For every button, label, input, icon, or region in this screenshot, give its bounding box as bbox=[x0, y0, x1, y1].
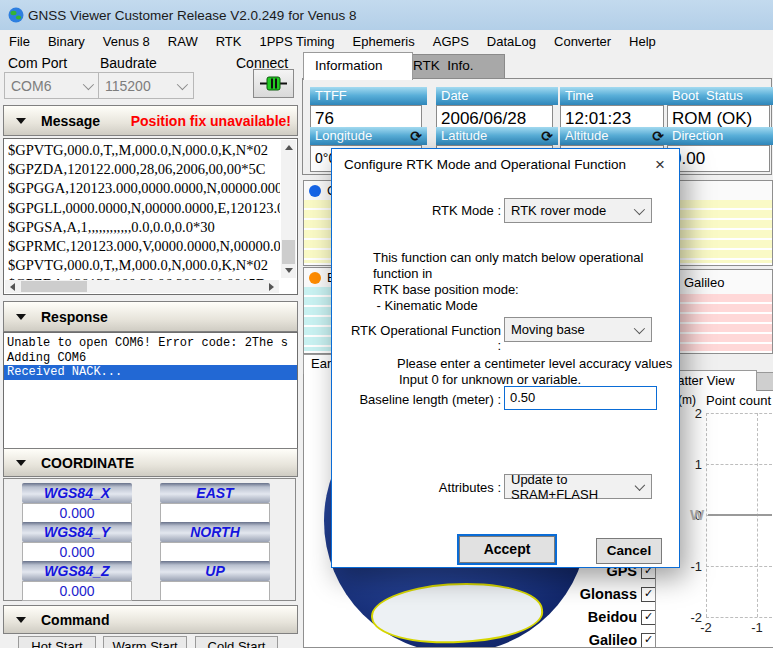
beidou-checkbox[interactable]: ✓ bbox=[641, 610, 656, 625]
scroll-down-icon[interactable] bbox=[285, 268, 293, 273]
window-title: GNSS Viewer Customer Release V2.0.249 fo… bbox=[28, 8, 356, 23]
message-section-header[interactable]: Message Position fix unavailable! bbox=[3, 105, 298, 136]
cold-start-button[interactable]: Cold Start bbox=[195, 636, 278, 648]
up-value bbox=[160, 581, 270, 601]
close-icon[interactable]: × bbox=[646, 153, 674, 177]
menu-1pps-timing[interactable]: 1PPS Timing bbox=[250, 30, 343, 53]
up-button[interactable]: UP bbox=[160, 561, 270, 581]
response-line-selected[interactable]: Received NACK... bbox=[4, 365, 297, 380]
message-horizontal-scrollbar[interactable] bbox=[5, 280, 279, 293]
legend-glonass-label: Glonass bbox=[561, 586, 637, 602]
coordinate-section-header[interactable]: COORDINATE bbox=[3, 448, 298, 477]
op-func-select[interactable]: Moving base bbox=[504, 317, 652, 342]
east-value bbox=[160, 503, 270, 523]
nmea-message-list[interactable]: $GPVTG,000.0,T,,M,000.0,N,000.0,K,N*02 $… bbox=[3, 138, 298, 295]
galileo-checkbox[interactable]: ✓ bbox=[641, 633, 656, 648]
refresh-icon[interactable]: ⟳ bbox=[541, 129, 553, 143]
rtk-mode-select[interactable]: RTK rover mode bbox=[504, 198, 652, 223]
position-fix-alert: Position fix unavailable! bbox=[131, 113, 291, 129]
tab-information[interactable]: Information bbox=[303, 52, 413, 80]
scroll-right-icon[interactable] bbox=[269, 283, 274, 291]
chevron-down-icon bbox=[635, 480, 646, 491]
galileo-panel-label: Galileo bbox=[684, 275, 724, 290]
op-func-value: Moving base bbox=[511, 322, 585, 337]
menu-binary[interactable]: Binary bbox=[39, 30, 94, 53]
glonass-checkbox[interactable]: ✓ bbox=[641, 587, 656, 602]
menu-converter[interactable]: Converter bbox=[545, 30, 620, 53]
ttff-label: TTFF bbox=[315, 87, 347, 105]
menu-ephemeris[interactable]: Ephemeris bbox=[344, 30, 424, 53]
accept-button[interactable]: Accept bbox=[459, 536, 555, 563]
collapse-triangle-icon bbox=[16, 314, 26, 320]
scrollbar-thumb[interactable] bbox=[282, 240, 295, 264]
nmea-line[interactable]: $GPRMC,120123.000,V,0000.0000,N,00000.00… bbox=[4, 237, 280, 256]
connector-icon bbox=[260, 76, 287, 91]
menu-agps[interactable]: AGPS bbox=[424, 30, 478, 53]
nmea-line[interactable]: $GPVTG,000.0,T,,M,000.0,N,000.0,K,N*02 bbox=[4, 256, 280, 275]
wgs84-z-button[interactable]: WGS84_Z bbox=[22, 561, 132, 581]
com-port-select[interactable]: COM6 bbox=[4, 72, 100, 99]
dialog-title: Configure RTK Mode and Operational Funct… bbox=[344, 157, 626, 172]
scroll-left-icon[interactable] bbox=[10, 283, 15, 291]
menu-venus8[interactable]: Venus 8 bbox=[94, 30, 159, 53]
legend-beidou-label: Beidou bbox=[561, 609, 637, 625]
cancel-button[interactable]: Cancel bbox=[596, 538, 662, 564]
direction-header: Direction bbox=[667, 127, 773, 145]
wgs84-x-button[interactable]: WGS84_X bbox=[22, 483, 132, 503]
attributes-select[interactable]: Update to SRAM+FLASH bbox=[504, 474, 652, 499]
menu-datalog[interactable]: DataLog bbox=[478, 30, 545, 53]
scatter-unit-label: (m) bbox=[678, 393, 696, 407]
app-window: GNSS Viewer Customer Release V2.0.249 fo… bbox=[0, 0, 773, 648]
east-button[interactable]: EAST bbox=[160, 483, 270, 503]
menu-raw[interactable]: RAW bbox=[159, 30, 207, 53]
nmea-line[interactable]: $GPGSA,A,1,,,,,,,,,,,,0.0,0.0,0.0*30 bbox=[4, 218, 280, 237]
command-section-header[interactable]: Command bbox=[3, 605, 298, 634]
rtk-mode-value: RTK rover mode bbox=[511, 203, 606, 218]
y-tick: 1 bbox=[678, 457, 702, 472]
hot-start-button[interactable]: Hot Start bbox=[18, 636, 96, 648]
attributes-label: Attributes : bbox=[372, 480, 501, 495]
nmea-line[interactable]: $GPZDA,120122.000,28,06,2006,00,00*5C bbox=[4, 160, 280, 179]
menu-help[interactable]: Help bbox=[620, 30, 665, 53]
x-tick: -2 bbox=[694, 620, 718, 635]
y-tick: 2 bbox=[678, 406, 702, 421]
nmea-line[interactable]: $GPVTG,000.0,T,,M,000.0,N,000.0,K,N*02 bbox=[4, 141, 280, 160]
op-func-label: RTK Operational Function : bbox=[346, 323, 501, 353]
baudrate-select[interactable]: 115200 bbox=[98, 72, 194, 99]
wgs84-z-value: 0.000 bbox=[22, 581, 132, 601]
time-header: Time bbox=[560, 87, 669, 105]
boot-status-label: Boot Status bbox=[672, 87, 743, 105]
com-port-label: Com Port bbox=[8, 55, 67, 71]
note-line: RTK base position mode: bbox=[373, 282, 663, 298]
ttff-header: TTFF bbox=[310, 87, 427, 105]
nmea-line[interactable]: $GPGLL,0000.0000,N,00000.0000,E,120123.0… bbox=[4, 199, 280, 218]
wgs84-y-button[interactable]: WGS84_Y bbox=[22, 522, 132, 542]
baudrate-value: 115200 bbox=[105, 78, 151, 94]
response-header-label: Response bbox=[41, 309, 108, 325]
response-log[interactable]: Unable to open COM6! Error code: 2The s … bbox=[3, 332, 298, 449]
scrollbar-thumb[interactable] bbox=[21, 281, 87, 292]
response-line[interactable]: Adding COM6 bbox=[4, 351, 297, 366]
tab-rtk-info[interactable]: RTK Info. bbox=[403, 54, 505, 79]
scroll-up-icon[interactable] bbox=[285, 145, 293, 150]
menu-file[interactable]: File bbox=[0, 30, 39, 53]
y-tick: -1 bbox=[678, 559, 702, 574]
refresh-icon[interactable]: ⟳ bbox=[410, 129, 422, 143]
chevron-down-icon bbox=[83, 78, 94, 89]
baseline-input[interactable]: 0.50 bbox=[504, 386, 657, 410]
connect-button[interactable] bbox=[253, 69, 294, 98]
nmea-line[interactable]: $GPGGA,120123.000,0000.0000,N,00000.0000… bbox=[4, 179, 280, 198]
refresh-icon[interactable]: ⟳ bbox=[652, 129, 664, 143]
direction-value: 0.00 bbox=[667, 145, 770, 172]
attributes-value: Update to SRAM+FLASH bbox=[511, 472, 635, 502]
point-count-label: Point count bbox=[706, 393, 771, 408]
response-section-header[interactable]: Response bbox=[3, 301, 298, 332]
collapse-triangle-icon bbox=[16, 460, 26, 466]
gridline bbox=[706, 413, 772, 414]
message-vertical-scrollbar[interactable] bbox=[281, 140, 296, 278]
baudrate-label: Baudrate bbox=[100, 55, 157, 71]
north-button[interactable]: NORTH bbox=[160, 522, 270, 542]
warm-start-button[interactable]: Warm Start bbox=[103, 636, 187, 648]
response-line[interactable]: Unable to open COM6! Error code: 2The s bbox=[4, 336, 297, 351]
menu-rtk[interactable]: RTK bbox=[207, 30, 251, 53]
